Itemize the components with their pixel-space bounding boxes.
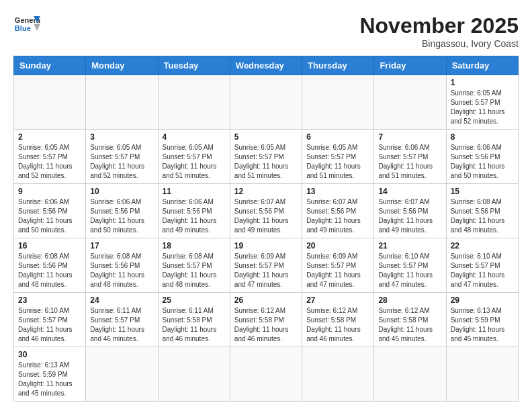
day-number: 14 <box>378 187 441 196</box>
calendar-cell: 9Sunrise: 6:06 AM Sunset: 5:56 PM Daylig… <box>14 184 86 238</box>
day-info: Sunrise: 6:05 AM Sunset: 5:57 PM Dayligh… <box>163 143 226 181</box>
calendar-cell: 26Sunrise: 6:12 AM Sunset: 5:58 PM Dayli… <box>230 293 302 347</box>
svg-text:Blue: Blue <box>15 24 31 32</box>
day-info: Sunrise: 6:12 AM Sunset: 5:58 PM Dayligh… <box>378 306 441 344</box>
day-number: 20 <box>306 241 369 250</box>
day-number: 2 <box>18 132 81 142</box>
calendar-cell: 13Sunrise: 6:07 AM Sunset: 5:56 PM Dayli… <box>302 184 374 238</box>
calendar-container: General Blue November 2025 Bingassou, Iv… <box>0 0 532 411</box>
day-info: Sunrise: 6:05 AM Sunset: 5:57 PM Dayligh… <box>234 143 298 181</box>
day-number: 29 <box>451 295 514 305</box>
day-info: Sunrise: 6:05 AM Sunset: 5:57 PM Dayligh… <box>18 143 81 181</box>
calendar-header: General Blue November 2025 Bingassou, Iv… <box>13 13 519 49</box>
calendar-cell: 27Sunrise: 6:12 AM Sunset: 5:58 PM Dayli… <box>302 293 374 347</box>
day-number: 6 <box>306 132 369 142</box>
day-info: Sunrise: 6:06 AM Sunset: 5:57 PM Dayligh… <box>378 143 441 181</box>
day-info: Sunrise: 6:08 AM Sunset: 5:57 PM Dayligh… <box>163 252 226 289</box>
day-number: 1 <box>451 78 514 87</box>
calendar-cell <box>230 347 302 402</box>
day-info: Sunrise: 6:07 AM Sunset: 5:56 PM Dayligh… <box>234 197 298 235</box>
calendar-cell: 12Sunrise: 6:07 AM Sunset: 5:56 PM Dayli… <box>230 184 302 238</box>
day-number: 26 <box>234 295 298 305</box>
day-number: 19 <box>234 241 298 250</box>
day-number: 13 <box>306 187 369 196</box>
day-info: Sunrise: 6:06 AM Sunset: 5:56 PM Dayligh… <box>18 197 81 235</box>
day-info: Sunrise: 6:05 AM Sunset: 5:57 PM Dayligh… <box>90 143 153 181</box>
day-info: Sunrise: 6:10 AM Sunset: 5:57 PM Dayligh… <box>451 252 514 289</box>
day-info: Sunrise: 6:09 AM Sunset: 5:57 PM Dayligh… <box>306 252 369 289</box>
calendar-cell: 10Sunrise: 6:06 AM Sunset: 5:56 PM Dayli… <box>86 184 158 238</box>
calendar-cell: 30Sunrise: 6:13 AM Sunset: 5:59 PM Dayli… <box>14 347 86 402</box>
day-header: Tuesday <box>158 56 230 75</box>
day-info: Sunrise: 6:07 AM Sunset: 5:56 PM Dayligh… <box>378 197 441 235</box>
calendar-cell: 6Sunrise: 6:05 AM Sunset: 5:57 PM Daylig… <box>302 130 374 184</box>
calendar-cell <box>158 75 230 130</box>
day-info: Sunrise: 6:10 AM Sunset: 5:57 PM Dayligh… <box>378 252 441 289</box>
day-number: 11 <box>163 187 226 196</box>
calendar-cell: 8Sunrise: 6:06 AM Sunset: 5:56 PM Daylig… <box>446 130 518 184</box>
day-info: Sunrise: 6:10 AM Sunset: 5:57 PM Dayligh… <box>18 306 81 344</box>
calendar-cell: 14Sunrise: 6:07 AM Sunset: 5:56 PM Dayli… <box>374 184 446 238</box>
calendar-cell <box>86 347 158 402</box>
calendar-cell: 23Sunrise: 6:10 AM Sunset: 5:57 PM Dayli… <box>14 293 86 347</box>
day-info: Sunrise: 6:06 AM Sunset: 5:56 PM Dayligh… <box>90 197 153 235</box>
day-header: Saturday <box>446 56 518 75</box>
day-number: 25 <box>163 295 226 305</box>
day-info: Sunrise: 6:13 AM Sunset: 5:59 PM Dayligh… <box>451 306 514 344</box>
day-info: Sunrise: 6:05 AM Sunset: 5:57 PM Dayligh… <box>451 89 514 126</box>
day-info: Sunrise: 6:12 AM Sunset: 5:58 PM Dayligh… <box>234 306 298 344</box>
day-number: 7 <box>378 132 441 142</box>
calendar-cell <box>302 75 374 130</box>
calendar-cell: 2Sunrise: 6:05 AM Sunset: 5:57 PM Daylig… <box>14 130 86 184</box>
calendar-cell <box>302 347 374 402</box>
calendar-cell: 20Sunrise: 6:09 AM Sunset: 5:57 PM Dayli… <box>302 238 374 293</box>
calendar-cell: 3Sunrise: 6:05 AM Sunset: 5:57 PM Daylig… <box>86 130 158 184</box>
calendar-cell: 24Sunrise: 6:11 AM Sunset: 5:57 PM Dayli… <box>86 293 158 347</box>
day-header: Wednesday <box>230 56 302 75</box>
calendar-cell: 18Sunrise: 6:08 AM Sunset: 5:57 PM Dayli… <box>158 238 230 293</box>
day-number: 23 <box>18 295 81 305</box>
calendar-cell <box>158 347 230 402</box>
day-number: 4 <box>163 132 226 142</box>
day-header: Monday <box>86 56 158 75</box>
day-info: Sunrise: 6:11 AM Sunset: 5:57 PM Dayligh… <box>90 306 153 344</box>
day-header: Friday <box>374 56 446 75</box>
day-info: Sunrise: 6:09 AM Sunset: 5:57 PM Dayligh… <box>234 252 298 289</box>
calendar-cell: 22Sunrise: 6:10 AM Sunset: 5:57 PM Dayli… <box>446 238 518 293</box>
calendar-cell: 1Sunrise: 6:05 AM Sunset: 5:57 PM Daylig… <box>446 75 518 130</box>
day-number: 27 <box>306 295 369 305</box>
day-number: 10 <box>90 187 153 196</box>
day-info: Sunrise: 6:08 AM Sunset: 5:56 PM Dayligh… <box>451 197 514 235</box>
day-number: 17 <box>90 241 153 250</box>
calendar-cell: 28Sunrise: 6:12 AM Sunset: 5:58 PM Dayli… <box>374 293 446 347</box>
calendar-cell <box>446 347 518 402</box>
logo-icon: General Blue <box>13 13 40 34</box>
day-number: 12 <box>234 187 298 196</box>
calendar-cell: 21Sunrise: 6:10 AM Sunset: 5:57 PM Dayli… <box>374 238 446 293</box>
day-info: Sunrise: 6:05 AM Sunset: 5:57 PM Dayligh… <box>306 143 369 181</box>
calendar-cell <box>374 75 446 130</box>
day-info: Sunrise: 6:08 AM Sunset: 5:56 PM Dayligh… <box>90 252 153 289</box>
day-info: Sunrise: 6:06 AM Sunset: 5:56 PM Dayligh… <box>451 143 514 181</box>
day-number: 28 <box>378 295 441 305</box>
calendar-cell: 16Sunrise: 6:08 AM Sunset: 5:56 PM Dayli… <box>14 238 86 293</box>
day-number: 30 <box>18 350 81 359</box>
day-number: 9 <box>18 187 81 196</box>
day-number: 5 <box>234 132 298 142</box>
day-info: Sunrise: 6:12 AM Sunset: 5:58 PM Dayligh… <box>306 306 369 344</box>
calendar-cell: 25Sunrise: 6:11 AM Sunset: 5:58 PM Dayli… <box>158 293 230 347</box>
calendar-cell <box>86 75 158 130</box>
calendar-cell: 29Sunrise: 6:13 AM Sunset: 5:59 PM Dayli… <box>446 293 518 347</box>
day-number: 16 <box>18 241 81 250</box>
calendar-cell: 7Sunrise: 6:06 AM Sunset: 5:57 PM Daylig… <box>374 130 446 184</box>
day-number: 22 <box>451 241 514 250</box>
day-number: 3 <box>90 132 153 142</box>
location: Bingassou, Ivory Coast <box>359 38 519 49</box>
day-number: 21 <box>378 241 441 250</box>
day-header: Sunday <box>14 56 86 75</box>
calendar-cell: 11Sunrise: 6:06 AM Sunset: 5:56 PM Dayli… <box>158 184 230 238</box>
logo: General Blue <box>13 13 40 34</box>
svg-marker-3 <box>34 24 40 31</box>
day-number: 15 <box>451 187 514 196</box>
calendar-cell: 5Sunrise: 6:05 AM Sunset: 5:57 PM Daylig… <box>230 130 302 184</box>
